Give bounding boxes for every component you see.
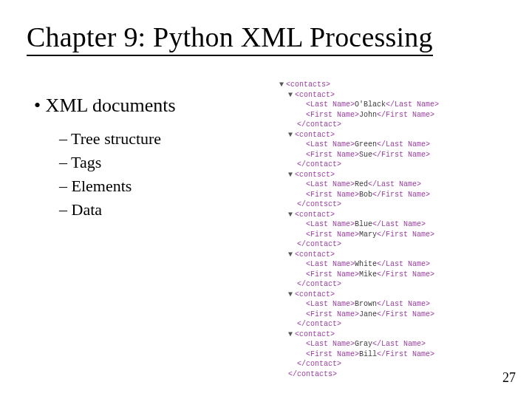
bullet-main: XML documents — [34, 95, 176, 117]
page-title: Chapter 9: Python XML Processing — [27, 21, 433, 56]
sub-bullet: Elements — [59, 174, 176, 198]
page-number: 27 — [502, 370, 516, 386]
sub-bullet: Tree structure — [59, 127, 176, 151]
bullet-list: XML documents Tree structure Tags Elemen… — [34, 95, 176, 222]
xml-tree-view: ▼<contacts>▼<contact><Last Name>O'Black<… — [279, 80, 439, 379]
sub-bullets: Tree structure Tags Elements Data — [59, 127, 176, 222]
sub-bullet: Data — [59, 198, 176, 222]
sub-bullet: Tags — [59, 151, 176, 174]
